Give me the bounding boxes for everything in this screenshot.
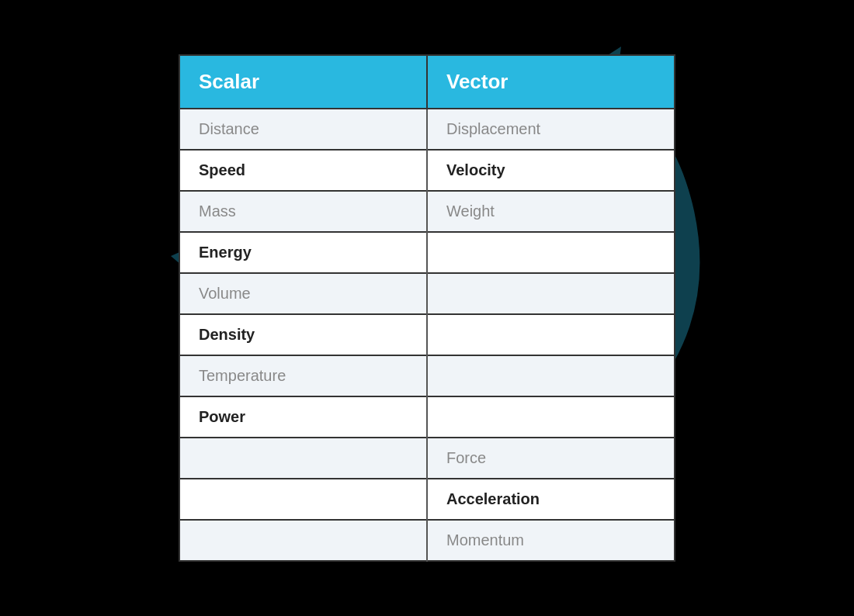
scalar-cell [179,479,427,520]
table-row: DistanceDisplacement [179,109,675,150]
scalar-header: Scalar [179,55,427,109]
scalar-cell: Speed [179,150,427,191]
vector-cell: Momentum [427,520,675,561]
table-row: Momentum [179,520,675,561]
table-row: Energy [179,232,675,273]
table-row: Temperature [179,355,675,396]
vector-cell: Force [427,438,675,479]
scalar-cell [179,520,427,561]
main-table-wrapper: Scalar Vector DistanceDisplacementSpeedV… [179,54,675,562]
scalar-cell: Distance [179,109,427,150]
scalar-cell [179,438,427,479]
table-row: Volume [179,273,675,314]
vector-cell: Velocity [427,150,675,191]
scalar-cell: Density [179,314,427,355]
scalar-cell: Power [179,396,427,438]
vector-cell [427,273,675,314]
table-row: SpeedVelocity [179,150,675,191]
scalar-cell: Mass [179,191,427,232]
table-row: MassWeight [179,191,675,232]
table-header-row: Scalar Vector [179,55,675,109]
vector-cell: Acceleration [427,479,675,520]
vector-cell: Weight [427,191,675,232]
vector-cell [427,355,675,396]
vector-header: Vector [427,55,675,109]
scalar-cell: Temperature [179,355,427,396]
table-row: Power [179,396,675,438]
vector-cell [427,396,675,438]
vector-cell [427,314,675,355]
scalar-vector-table: Scalar Vector DistanceDisplacementSpeedV… [179,54,675,562]
vector-cell [427,232,675,273]
vector-cell: Displacement [427,109,675,150]
table-row: Acceleration [179,479,675,520]
table-row: Force [179,438,675,479]
table-row: Density [179,314,675,355]
scalar-cell: Volume [179,273,427,314]
scalar-cell: Energy [179,232,427,273]
